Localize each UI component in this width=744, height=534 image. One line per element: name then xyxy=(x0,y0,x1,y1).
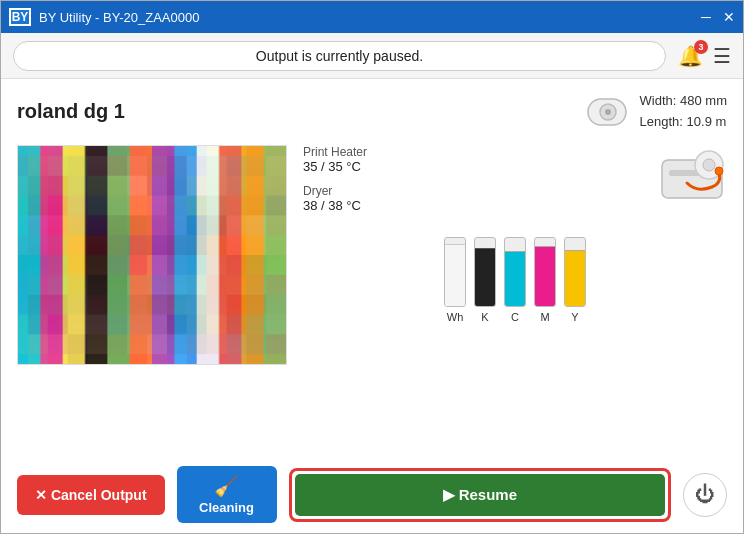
svg-point-7 xyxy=(715,167,723,175)
printer-dimensions: Width: 480 mm Length: 10.9 m xyxy=(640,91,727,133)
heater-icon-wrap xyxy=(657,145,727,210)
ink-section: WhKCMY xyxy=(303,237,727,323)
ink-label: M xyxy=(540,311,549,323)
printer-name: roland dg 1 xyxy=(17,100,586,123)
footer-bar: ✕ Cancel Output 🧹 Cleaning ▶ Resume ⏻ xyxy=(1,456,743,533)
heater-section: Print Heater 35 / 35 °C Dryer 38 / 38 °C xyxy=(303,145,727,223)
ink-col: Y xyxy=(564,237,586,323)
ink-bar xyxy=(445,244,465,305)
main-section: Print Heater 35 / 35 °C Dryer 38 / 38 °C xyxy=(17,145,727,448)
notifications-button[interactable]: 🔔 3 xyxy=(678,44,703,68)
cleaning-button[interactable]: 🧹 Cleaning xyxy=(177,466,277,523)
svg-point-6 xyxy=(703,159,715,171)
ink-label: Wh xyxy=(447,311,464,323)
status-text: Output is currently paused. xyxy=(13,41,666,71)
ink-bar-wrap xyxy=(534,237,556,307)
ink-bar xyxy=(475,248,495,306)
header-icons: 🔔 3 ☰ xyxy=(678,44,731,68)
resume-button[interactable]: ▶ Resume xyxy=(295,474,665,516)
ink-bar-wrap xyxy=(564,237,586,307)
preview-canvas xyxy=(18,146,286,364)
heater-icon xyxy=(657,145,727,210)
cleaning-label: Cleaning xyxy=(199,500,254,515)
ink-bar xyxy=(505,251,525,305)
notification-badge: 3 xyxy=(694,40,708,54)
print-heater-row: Print Heater 35 / 35 °C xyxy=(303,145,645,174)
menu-button[interactable]: ☰ xyxy=(713,44,731,68)
ink-bar xyxy=(565,250,585,306)
print-heater-label: Print Heater xyxy=(303,145,645,159)
print-heater-value: 35 / 35 °C xyxy=(303,159,645,174)
heater-texts: Print Heater 35 / 35 °C Dryer 38 / 38 °C xyxy=(303,145,645,223)
ink-label: K xyxy=(481,311,488,323)
ink-col: K xyxy=(474,237,496,323)
roll-icon xyxy=(586,95,630,129)
ink-col: C xyxy=(504,237,526,323)
app-logo: BY xyxy=(9,8,31,26)
window-title: BY Utility - BY-20_ZAA0000 xyxy=(39,10,701,25)
svg-point-2 xyxy=(605,109,611,115)
length-text: Length: 10.9 m xyxy=(640,112,727,133)
roll-icon-wrap xyxy=(586,95,630,129)
cancel-output-button[interactable]: ✕ Cancel Output xyxy=(17,475,165,515)
minimize-button[interactable]: ─ xyxy=(701,10,711,24)
header-bar: Output is currently paused. 🔔 3 ☰ xyxy=(1,33,743,79)
main-window: BY BY Utility - BY-20_ZAA0000 ─ ✕ Output… xyxy=(0,0,744,534)
power-button[interactable]: ⏻ xyxy=(683,473,727,517)
ink-col: M xyxy=(534,237,556,323)
width-text: Width: 480 mm xyxy=(640,91,727,112)
ink-label: C xyxy=(511,311,519,323)
ink-bar-wrap xyxy=(504,237,526,307)
printer-row: roland dg 1 Width: 480 mm Length: 10.9 m xyxy=(17,91,727,133)
title-bar-controls: ─ ✕ xyxy=(701,10,735,24)
dryer-row: Dryer 38 / 38 °C xyxy=(303,184,645,213)
cleaning-icon: 🧹 xyxy=(214,474,239,498)
dryer-value: 38 / 38 °C xyxy=(303,198,645,213)
ink-col: Wh xyxy=(444,237,466,323)
content-area: roland dg 1 Width: 480 mm Length: 10.9 m xyxy=(1,79,743,456)
ink-label: Y xyxy=(571,311,578,323)
close-button[interactable]: ✕ xyxy=(723,10,735,24)
info-panel: Print Heater 35 / 35 °C Dryer 38 / 38 °C xyxy=(303,145,727,448)
title-bar: BY BY Utility - BY-20_ZAA0000 ─ ✕ xyxy=(1,1,743,33)
power-icon: ⏻ xyxy=(695,483,715,506)
ink-bar-wrap xyxy=(444,237,466,307)
preview-area xyxy=(17,145,287,365)
ink-bar xyxy=(535,246,555,306)
dryer-label: Dryer xyxy=(303,184,645,198)
resume-button-wrap: ▶ Resume xyxy=(289,468,671,522)
ink-bar-wrap xyxy=(474,237,496,307)
